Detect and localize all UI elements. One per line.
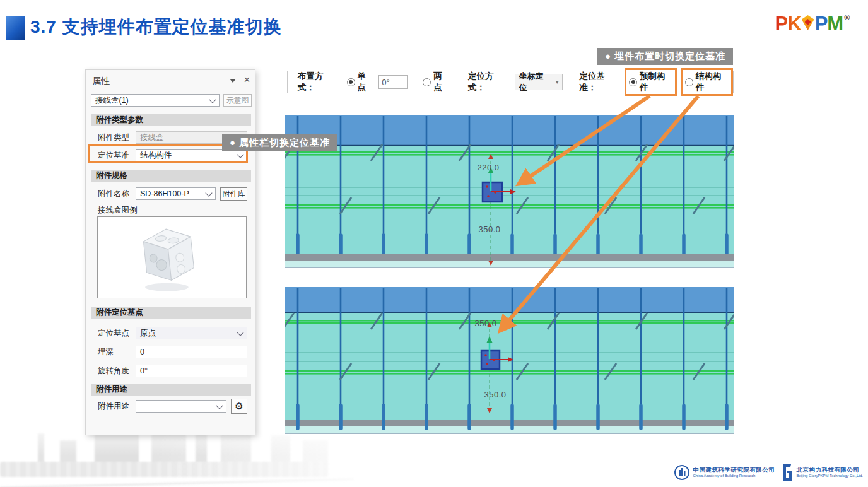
page-title: 3.7 支持埋件布置定位基准切换 (30, 15, 282, 39)
attachment-library-button[interactable]: 附件库 (220, 187, 247, 201)
logo-letters-pk: PK (775, 14, 801, 33)
legend-label: 接线盒图例 (98, 205, 138, 216)
base-point-select[interactable]: 原点 (136, 327, 247, 339)
gear-icon[interactable]: ⚙ (231, 399, 247, 414)
panel-title: 属性 (92, 76, 110, 87)
dimension-value-bottom: 350.0 (484, 390, 506, 399)
rotation-input[interactable]: 0° (136, 365, 247, 377)
attachment-type-value: 接线盒 (140, 132, 164, 143)
structural-datum-highlight: 结构构件 (681, 68, 733, 96)
logo-letter-m: M (827, 14, 843, 33)
usage-label: 附件用途 (98, 401, 129, 412)
target-select-value: 接线盒(1) (95, 95, 129, 106)
positioning-mode-value: 坐标定位 (519, 71, 551, 93)
rotation-label: 旋转角度 (98, 366, 129, 377)
glory-name-en: Beijing GloryPKPM Technology Co.,Ltd. (796, 474, 863, 478)
single-point-radio[interactable]: 单点 (347, 71, 374, 93)
callout-toolbar-datum-switch: ● 埋件布置时切换定位基准 (597, 48, 733, 65)
rebar-green-line (285, 322, 734, 324)
glory-logo-icon (781, 464, 794, 481)
chevron-down-icon (205, 189, 212, 196)
junction-box-3d-image (131, 221, 213, 294)
logo-letter-p: P (815, 14, 828, 33)
chevron-down-icon (216, 402, 223, 409)
attachment-name-select[interactable]: SD-86H100-P (136, 187, 216, 200)
junction-box-preview (97, 216, 247, 298)
toolbar-divider (459, 75, 459, 89)
usage-select[interactable] (136, 400, 226, 413)
two-point-radio[interactable]: 两点 (423, 71, 450, 93)
cabr-name-en: China Academy of Building Research (693, 474, 775, 478)
target-select[interactable]: 接线盒(1) (91, 94, 220, 107)
layout-mode-label: 布置方式： (298, 71, 339, 93)
radio-selected-icon[interactable] (629, 78, 637, 86)
angle-input[interactable] (378, 75, 408, 89)
radio-unselected-icon[interactable] (685, 78, 693, 86)
positioning-mode-select[interactable]: 坐标定位 ▾ (515, 74, 563, 90)
attachment-name-value: SD-86H100-P (140, 189, 189, 198)
base-point-value: 原点 (140, 328, 156, 339)
rebar-green-line (285, 320, 734, 322)
logo-registered-mark: ® (844, 14, 849, 21)
bottom-strip (285, 426, 734, 433)
org-glory-pkpm: 北京构力科技有限公司 Beijing GloryPKPM Technology … (781, 464, 863, 481)
dimension-value-top: 350.0 (474, 319, 496, 328)
structural-datum-radio[interactable]: 结构构件 (685, 71, 729, 93)
two-point-label: 两点 (433, 71, 450, 93)
bottom-strip (285, 261, 734, 267)
org-cabr: 中国建筑科学研究院有限公司 China Academy of Building … (674, 464, 775, 481)
positioning-mode-label: 定位方式： (468, 71, 510, 93)
close-icon[interactable]: ✕ (243, 75, 250, 85)
cabr-name-cn: 中国建筑科学研究院有限公司 (693, 467, 775, 474)
slide: 3.7 支持埋件布置定位基准切换 PK P M ® ● 埋件布置时切换定位基准 … (0, 0, 868, 487)
section-spec: 附件规格 (91, 170, 251, 182)
structural-datum-label: 结构构件 (696, 71, 729, 93)
rebar-green-line (285, 207, 734, 209)
panel-top-band (285, 287, 734, 312)
chevron-down-icon: ▾ (556, 79, 559, 85)
panel-collapse-icon[interactable] (230, 79, 236, 83)
depth-input[interactable]: 0 (136, 346, 247, 358)
precast-datum-highlight: 预制构件 (625, 68, 677, 96)
rotation-value: 0° (140, 367, 148, 375)
chevron-down-icon (237, 329, 243, 336)
support-bar (285, 420, 734, 426)
pkpm-logo: PK P M ® (775, 14, 849, 33)
cityscape-watermark (0, 430, 404, 487)
rebar-green-line (285, 370, 734, 372)
placement-toolbar: 布置方式： 单点 两点 定位方式： 坐标定位 ▾ 定位基准： 预制构件 结构构件 (287, 71, 734, 93)
cad-view-structural-datum[interactable]: 350.0 350.0 (285, 287, 734, 434)
radio-selected-icon[interactable] (347, 78, 355, 86)
dimension-value-bottom: 350.0 (478, 225, 500, 234)
radio-unselected-icon[interactable] (423, 78, 431, 86)
chevron-down-icon (209, 96, 216, 103)
rebar-green-line (285, 154, 734, 156)
precast-datum-radio[interactable]: 预制构件 (629, 71, 672, 93)
logo-diamond-icon (802, 15, 814, 30)
depth-value: 0 (140, 348, 144, 356)
section-type-params: 附件类型参数 (91, 114, 251, 126)
single-point-label: 单点 (358, 71, 374, 93)
footer-logos: 中国建筑科学研究院有限公司 China Academy of Building … (674, 464, 863, 481)
dimension-value-top: 220.0 (477, 163, 499, 172)
datum-label: 定位基准： (579, 71, 621, 93)
section-base-point: 附件定位基点 (91, 307, 251, 319)
diagram-button[interactable]: 示意图 (223, 94, 252, 107)
section-usage: 附件用途 (91, 384, 251, 396)
depth-label: 埋深 (98, 347, 114, 358)
panel-top-band (285, 115, 734, 145)
rebar-green-line (285, 151, 734, 153)
attachment-type-label: 附件类型 (98, 132, 129, 143)
glory-name-cn: 北京构力科技有限公司 (796, 467, 863, 474)
callout-panel-datum-switch: ● 属性栏切换定位基准 (222, 134, 337, 151)
support-bar (285, 254, 734, 261)
attachment-name-label: 附件名称 (98, 189, 129, 199)
cad-view-precast-datum[interactable]: 220.0 350.0 (285, 115, 734, 268)
base-point-label: 定位基点 (98, 328, 129, 339)
rebar-green-line (285, 204, 734, 206)
precast-datum-label: 预制构件 (640, 71, 672, 93)
properties-panel: 属性 ✕ 接线盒(1) 示意图 附件类型参数 附件类型 接线盒 定位基准 结构构… (85, 69, 255, 435)
rebar-green-line (285, 373, 734, 375)
title-accent-square (6, 16, 25, 40)
cabr-logo-icon (674, 464, 690, 481)
